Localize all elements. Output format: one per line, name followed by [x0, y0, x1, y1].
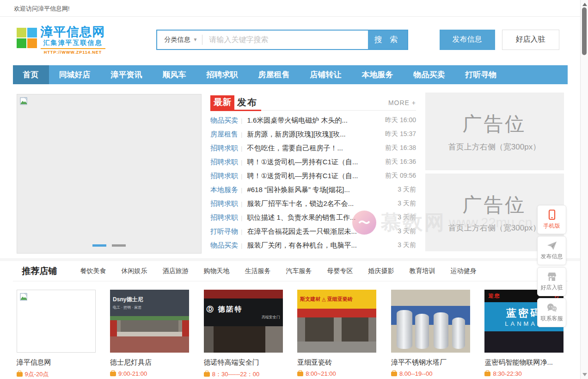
site-url: HTTP://WWW.ZP114.NET [41, 50, 105, 55]
float-label: 发布信息 [541, 253, 563, 261]
hours-icon [110, 372, 116, 376]
post-title-link[interactable]: 服装厂关闭，有各种机台，电脑平... [247, 241, 394, 250]
post-title-link[interactable]: 服装厂招平车十名，锁边2名不会... [247, 199, 394, 208]
shop-name[interactable]: 德诺特高端安全门 [204, 358, 283, 367]
carousel-dot-1[interactable] [92, 244, 106, 247]
tab-shopping[interactable]: 购物天地 [204, 267, 230, 275]
post-title-link[interactable]: 聘！①送货司机—男持有C1证（自... [247, 172, 381, 180]
post-title-link[interactable]: 聘！①送货司机—男持有C1证（自... [247, 158, 381, 167]
chat-bubbles-icon [546, 303, 557, 312]
nav-item-carpool[interactable]: 顺风车 [153, 65, 196, 84]
tab-hotel[interactable]: 酒店旅游 [163, 267, 189, 275]
post-title-link[interactable]: #618 “国补焕新风暴” 专场[烟花]... [247, 186, 394, 194]
list-item[interactable]: 物品买卖| 服装厂关闭，有各种机台，电脑平... 3 天前 [210, 238, 416, 252]
post-category-link[interactable]: 物品买卖 [210, 116, 240, 125]
post-category-link[interactable]: 物品买卖 [210, 241, 240, 250]
search-button[interactable]: 搜 索 [368, 31, 407, 49]
post-category-link[interactable]: 招聘求职 [210, 213, 240, 222]
main-content: 最新 发布 MORE + 物品买卖| 1.6米圆桌带火锅电磁炉 木头的... 昨… [13, 93, 568, 254]
tab-auto[interactable]: 汽车服务 [286, 267, 312, 275]
shop-name[interactable]: 蓝密码智能物联网净... [484, 358, 564, 367]
nav-item-local-shops[interactable]: 同城好店 [49, 65, 101, 84]
search-input[interactable] [202, 31, 368, 49]
broken-image-icon [20, 97, 28, 105]
ad-slot-top[interactable]: 广告位 首页上方右侧（宽300px） [425, 93, 564, 170]
post-title-link[interactable]: 在漳平合福花园走丢一只银渐层未... [247, 227, 394, 236]
post-category-link[interactable]: 打听寻物 [210, 227, 240, 236]
list-item[interactable]: 招聘求职| 不包吃住，需要自己租房子！... 前天 16:38 [210, 141, 416, 155]
list-item[interactable]: 招聘求职| 职位描述 1、负责水果的销售工作... 3 天前 [210, 211, 416, 224]
list-item[interactable]: 房屋租售| 新房源，新房源[玫瑰][玫瑰][玫... 昨天 15:37 [210, 127, 416, 141]
nav-item-home[interactable]: 首页 [13, 65, 49, 84]
page-scrollbar[interactable] [580, 0, 588, 379]
shop-card[interactable]: 漳平不锈钢水塔厂 8.00--19--00 [391, 290, 470, 379]
post-category-link[interactable]: 房屋租售 [210, 130, 240, 139]
tab-life-services[interactable]: 生活服务 [245, 267, 271, 275]
tab-sports[interactable]: 运动健身 [451, 267, 477, 275]
post-title-link[interactable]: 新房源，新房源[玫瑰][玫瑰][玫... [247, 130, 381, 139]
ad-title: 广告位 [463, 192, 527, 218]
nav-item-shop-transfer[interactable]: 店铺转让 [300, 65, 352, 84]
nav-item-housing[interactable]: 房屋租售 [248, 65, 300, 84]
scrollbar-up-arrow[interactable] [582, 3, 587, 6]
scrollbar-down-arrow[interactable] [582, 373, 587, 376]
divider: | [241, 159, 242, 166]
post-time: 前天 09:56 [385, 172, 416, 180]
list-item[interactable]: 招聘求职| 聘！①送货司机—男持有C1证（自... 前天 16:36 [210, 155, 416, 169]
tab-food[interactable]: 餐饮美食 [80, 267, 106, 275]
post-category-link[interactable]: 招聘求职 [210, 199, 240, 208]
nav-item-lost-found[interactable]: 打听寻物 [455, 65, 507, 84]
shop-card[interactable]: 漳平信息网 9点-20点 [17, 290, 96, 379]
shop-card[interactable]: Ⓓ 德諾特 高端安全门 德诺特高端安全门 8：30------22：00 [204, 290, 283, 379]
water-tank-graphic [415, 314, 429, 349]
shop-hours: 8:30-22:30 [493, 370, 521, 377]
scrollbar-thumb[interactable] [582, 7, 587, 55]
post-title-link[interactable]: 职位描述 1、负责水果的销售工作... [247, 213, 394, 222]
shop-name[interactable]: 漳平不锈钢水塔厂 [391, 358, 470, 367]
carousel-dot-2[interactable] [112, 244, 126, 247]
post-category-link[interactable]: 本地服务 [210, 186, 240, 194]
divider: | [241, 242, 242, 249]
led-sign-text: 迎您 [488, 292, 500, 299]
post-category-link[interactable]: 招聘求职 [210, 158, 240, 167]
contact-service-button[interactable]: 联系客服 [537, 298, 566, 327]
mobile-version-button[interactable]: 手机版 [537, 205, 566, 234]
shop-card[interactable]: Dsny德士尼 电工 · 照明 · 家居 德士尼灯具店 9:00-21:00 [110, 290, 189, 379]
post-category-link[interactable]: 招聘求职 [210, 144, 240, 153]
list-item[interactable]: 打听寻物| 在漳平合福花园走丢一只银渐层未... 3 天前 [210, 224, 416, 238]
storefront-icon [547, 272, 557, 281]
list-item[interactable]: 招聘求职| 聘！①送货司机—男持有C1证（自... 前天 09:56 [210, 169, 416, 183]
hours-icon [17, 372, 23, 377]
post-time: 前天 16:38 [385, 144, 416, 152]
publish-info-button[interactable]: 发布信息 [440, 30, 495, 50]
post-category-link[interactable]: 招聘求职 [210, 172, 240, 180]
nav-item-news[interactable]: 漳平资讯 [101, 65, 153, 84]
main-nav: 首页 同城好店 漳平资讯 顺风车 招聘求职 房屋租售 店铺转让 本地服务 物品买… [13, 65, 568, 84]
publish-info-float-button[interactable]: 发布信息 [537, 236, 566, 265]
nav-item-local-services[interactable]: 本地服务 [352, 65, 404, 84]
hours-icon [391, 372, 397, 376]
tab-wedding[interactable]: 婚庆摄影 [368, 267, 394, 275]
tab-education[interactable]: 教育培训 [410, 267, 435, 275]
store-join-button[interactable]: 好店入驻 [502, 30, 559, 50]
storefront-sign-text: Dsny德士尼 [113, 296, 186, 304]
tab-baby[interactable]: 母婴专区 [327, 267, 353, 275]
post-title-link[interactable]: 不包吃住，需要自己租房子！... [247, 144, 381, 153]
nav-item-goods[interactable]: 物品买卖 [404, 65, 455, 84]
shop-card[interactable]: 斯文建材 ◬ 亚细亚瓷砖 亚细亚瓷砖 8:00~21:00 [297, 290, 376, 379]
banner-carousel[interactable] [17, 94, 202, 254]
search-category-dropdown[interactable]: 分类信息 ▼ [157, 31, 202, 49]
site-logo[interactable]: 漳平信息网 汇集漳平互联信息 HTTP://WWW.ZP114.NET [17, 25, 105, 55]
tab-leisure[interactable]: 休闲娱乐 [122, 267, 147, 275]
list-item[interactable]: 招聘求职| 服装厂招平车十名，锁边2名不会... 3 天前 [210, 197, 416, 211]
list-item[interactable]: 物品买卖| 1.6米圆桌带火锅电磁炉 木头的... 昨天 16:00 [210, 113, 416, 127]
post-title-link[interactable]: 1.6米圆桌带火锅电磁炉 木头的... [247, 116, 381, 125]
nav-item-jobs[interactable]: 招聘求职 [196, 65, 248, 84]
list-item[interactable]: 本地服务| #618 “国补焕新风暴” 专场[烟花]... 3 天前 [210, 183, 416, 197]
shop-name[interactable]: 漳平信息网 [17, 358, 96, 367]
store-join-float-button[interactable]: 好店入驻 [537, 267, 566, 296]
shop-name[interactable]: 德士尼灯具店 [110, 358, 189, 367]
post-time: 前天 16:36 [385, 158, 416, 166]
shop-name[interactable]: 亚细亚瓷砖 [297, 358, 376, 367]
more-link[interactable]: MORE + [388, 99, 416, 106]
